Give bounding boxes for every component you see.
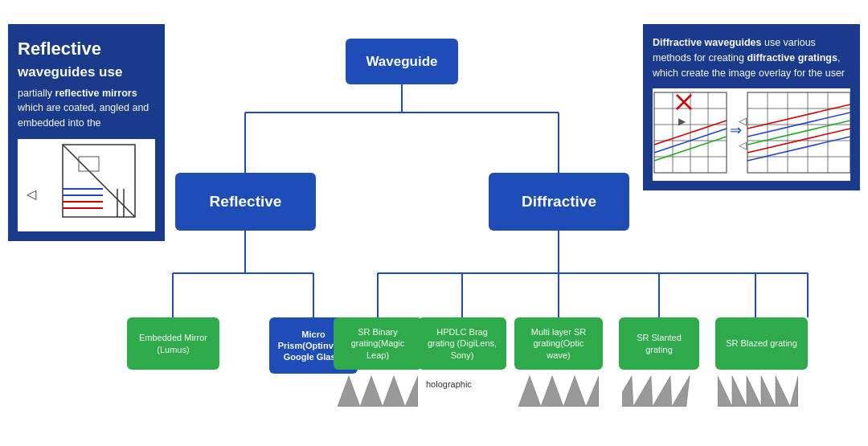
svg-marker-60 <box>718 376 798 407</box>
svg-text:▶: ▶ <box>678 116 686 127</box>
grating-shape-4 <box>718 376 798 407</box>
right-info-box: Diffractive waveguides use various metho… <box>643 24 860 190</box>
sr-slanted-node: SR Slantedgrating <box>619 317 699 370</box>
left-title-line1: Reflective <box>18 35 155 62</box>
right-diagram: ▶ ⇒ ◁ ◁ <box>653 88 850 181</box>
svg-marker-57 <box>338 376 418 407</box>
sr-blazed-node: SR Blazed grating <box>715 317 808 370</box>
waveguide-node: Waveguide <box>346 39 458 84</box>
right-diagram-svg: ▶ ⇒ ◁ ◁ <box>653 88 850 181</box>
svg-marker-58 <box>518 376 599 407</box>
grating-shape-3 <box>622 376 694 407</box>
svg-text:◁: ◁ <box>27 187 37 201</box>
grating-shape-2 <box>518 376 599 407</box>
embedded-mirror-node: Embedded Mirror(Lumus) <box>127 317 219 370</box>
left-info-box: Reflective waveguides use partially refl… <box>8 24 165 241</box>
right-title: Diffractive waveguides use various metho… <box>653 37 845 79</box>
holographic-label: holographic <box>426 379 472 389</box>
reflective-node: Reflective <box>175 173 316 231</box>
left-diagram: ◁ <box>18 139 155 231</box>
grating-shape-1 <box>338 376 418 407</box>
left-diagram-svg: ◁ <box>23 141 151 229</box>
left-title-line2: waveguides use <box>18 62 155 83</box>
svg-text:◁: ◁ <box>739 139 747 151</box>
sr-binary-node: SR Binarygrating(MagicLeap) <box>334 317 422 370</box>
svg-text:◁: ◁ <box>739 115 747 127</box>
hpdlc-node: HPDLC Braggrating (DigiLens,Sony) <box>418 317 506 370</box>
diffractive-node: Diffractive <box>489 173 629 231</box>
left-body: partially reflective mirrors which are c… <box>18 88 149 129</box>
multilayer-sr-node: Multi layer SRgrating(Opticwave) <box>514 317 603 370</box>
svg-marker-59 <box>622 376 694 407</box>
